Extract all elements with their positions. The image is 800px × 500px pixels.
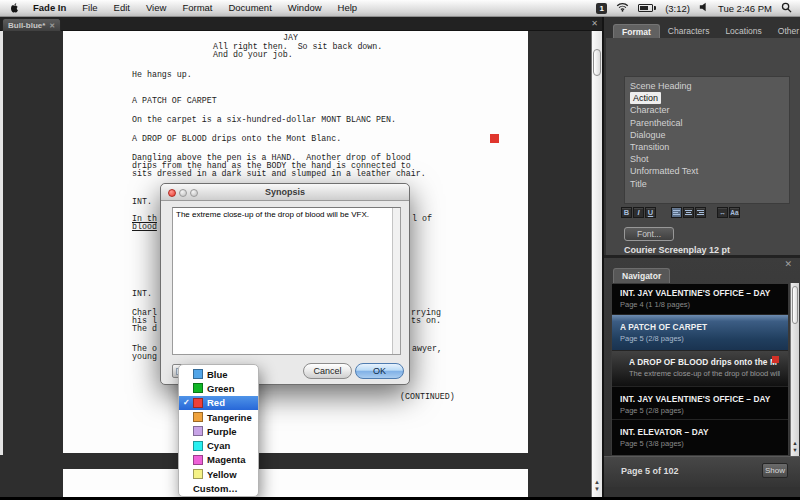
synopsis-textarea[interactable]: The extreme close-up of the drop of bloo… — [172, 207, 401, 355]
navigator-item[interactable]: INT. ELEVATOR – DAY Page 5 (3/8 pages) — [612, 420, 788, 453]
battery-icon[interactable] — [638, 4, 656, 12]
scrollbar-arrows[interactable]: ▲▼ — [592, 479, 602, 493]
spotlight-icon[interactable] — [781, 2, 792, 15]
document-scrollbar-thumb[interactable] — [593, 49, 601, 76]
document-scrollbar[interactable]: ▲▼ — [591, 31, 602, 497]
format-item-selected: Action — [630, 92, 661, 104]
navigator-scrollbar-arrows[interactable]: ▲▼ — [791, 440, 799, 453]
ok-button[interactable]: OK — [355, 363, 404, 379]
menu-edit[interactable]: Edit — [106, 0, 138, 16]
script-text-fragment: ts on. — [411, 317, 441, 326]
color-menu-label: Cyan — [207, 440, 230, 451]
color-menu-item-yellow[interactable]: Yellow — [179, 467, 258, 481]
next-page-top[interactable] — [63, 469, 528, 497]
apple-menu-icon[interactable] — [10, 2, 21, 14]
menu-document[interactable]: Document — [220, 0, 279, 16]
navigator-list: INT. JAY VALENTINE'S OFFICE – DAY Page 4… — [611, 283, 789, 456]
format-item-character[interactable]: Character — [630, 104, 789, 116]
format-item-unformatted-text[interactable]: Unformatted Text — [630, 165, 789, 177]
right-sidebar: Format Characters Locations Other Scene … — [602, 17, 800, 497]
italic-button[interactable]: I — [633, 207, 644, 218]
navigator-item-selected[interactable]: A PATCH OF CARPET Page 5 (2/8 pages) — [612, 315, 788, 351]
cancel-button[interactable]: Cancel — [303, 363, 352, 379]
align-left-button[interactable] — [671, 207, 682, 218]
navigator-item-title: INT. ELEVATOR – DAY — [620, 427, 780, 437]
bold-button[interactable]: B — [621, 207, 632, 218]
script-action-line: On the carpet is a six-hundred-dollar MO… — [132, 116, 396, 125]
navigator-item-title: INT. JAY VALENTINE'S OFFICE – DAY — [620, 394, 780, 404]
color-menu-item-blue[interactable]: Blue — [179, 367, 258, 381]
format-item-action[interactable]: Action — [630, 92, 789, 104]
format-item-title[interactable]: Title — [630, 178, 789, 190]
close-traffic-light[interactable] — [168, 189, 176, 197]
navigator-tab[interactable]: Navigator — [613, 268, 670, 283]
color-swatch-blue — [193, 369, 203, 379]
underline-button[interactable]: U — [645, 207, 656, 218]
battery-time[interactable]: (3:12) — [665, 3, 690, 14]
navigator-item[interactable]: INT. JAY VALENTINE'S OFFICE – DAY Page 4… — [612, 284, 788, 315]
menu-bar-status: 1 (3:12) Tue 2:46 PM — [596, 2, 800, 15]
tab-close-icon[interactable]: ✕ — [49, 22, 55, 29]
case-button[interactable]: Aa — [729, 207, 740, 218]
color-menu-item-green[interactable]: Green — [179, 381, 258, 395]
color-swatch-purple — [193, 426, 203, 436]
menu-clock[interactable]: Tue 2:46 PM — [718, 3, 772, 14]
color-menu-item-cyan[interactable]: Cyan — [179, 438, 258, 452]
input-source-icon[interactable]: 1 — [596, 3, 607, 14]
navigator-item-title: INT. JAY VALENTINE'S OFFICE – DAY — [620, 288, 780, 298]
volume-icon[interactable] — [699, 2, 709, 14]
desktop: Fade In File Edit View Format Document W… — [0, 0, 800, 500]
page-status: Page 5 of 102 — [621, 466, 679, 476]
menu-app-name[interactable]: Fade In — [25, 0, 74, 16]
format-item-transition[interactable]: Transition — [630, 141, 789, 153]
menu-format[interactable]: Format — [174, 0, 220, 16]
spacing-button[interactable]: ↔ — [717, 207, 728, 218]
navigator-item-title: A DROP OF BLOOD drips onto the Mon… — [629, 357, 777, 367]
format-item-scene-heading[interactable]: Scene Heading — [630, 80, 789, 92]
document-area: Bull-blue* ✕ ✕ JAY All right then. So si… — [0, 17, 602, 497]
color-swatch-tangerine — [193, 412, 203, 422]
format-item-dialogue[interactable]: Dialogue — [630, 129, 789, 141]
dialog-title-bar[interactable]: Synopsis — [161, 184, 409, 201]
wifi-icon[interactable] — [616, 2, 629, 14]
menu-window[interactable]: Window — [280, 0, 330, 16]
color-menu-item-custom[interactable]: Custom… — [179, 481, 258, 495]
color-menu-item-purple[interactable]: Purple — [179, 424, 258, 438]
navigator-item[interactable]: INT. JAY VALENTINE'S OFFICE – DAY Page 5… — [612, 387, 788, 420]
color-menu-item-tangerine[interactable]: Tangerine — [179, 410, 258, 424]
navigator-red-marker — [772, 356, 779, 363]
align-right-button[interactable] — [695, 207, 706, 218]
format-item-shot[interactable]: Shot — [630, 153, 789, 165]
menu-view[interactable]: View — [138, 0, 174, 16]
menu-file[interactable]: File — [74, 0, 105, 16]
synopsis-marker-red[interactable] — [490, 134, 499, 143]
script-continued-label: (CONTINUED) — [400, 393, 455, 402]
font-button[interactable]: Font... — [624, 227, 674, 241]
color-menu-label: Blue — [207, 369, 228, 380]
strip-close-icon[interactable]: ✕ — [591, 19, 598, 28]
navigator-scrollbar-thumb[interactable] — [792, 286, 798, 324]
navigator-close-icon[interactable]: ✕ — [784, 259, 792, 269]
minimize-traffic-light[interactable] — [179, 189, 187, 197]
show-button[interactable]: Show — [762, 463, 788, 478]
navigator-scrollbar[interactable]: ▲▼ — [790, 283, 799, 456]
textarea-scrollbar[interactable] — [392, 208, 400, 354]
navigator-item-subtitle: Page 4 (1 1/8 pages) — [620, 300, 780, 309]
color-menu-item-red[interactable]: ✓Red — [179, 396, 258, 410]
color-menu-label: Magenta — [207, 454, 246, 465]
battery-fill — [640, 6, 648, 10]
menu-help[interactable]: Help — [330, 0, 366, 16]
navigator-item-synopsis[interactable]: A DROP OF BLOOD drips onto the Mon… The … — [612, 351, 788, 387]
previous-page-edge — [0, 31, 3, 455]
menu-bar-left: Fade In File Edit View Format Document W… — [0, 0, 365, 16]
zoom-traffic-light[interactable] — [190, 189, 198, 197]
color-swatch-green — [193, 383, 203, 393]
align-center-button[interactable] — [683, 207, 694, 218]
color-menu-item-magenta[interactable]: Magenta — [179, 453, 258, 467]
color-menu-label: Tangerine — [207, 412, 252, 423]
format-panel: Scene Heading Action Character Parenthet… — [606, 38, 800, 255]
document-tab[interactable]: Bull-blue* ✕ — [2, 18, 61, 31]
script-action-line: He hangs up. — [132, 71, 192, 80]
format-item-parenthetical[interactable]: Parenthetical — [630, 117, 789, 129]
align-left-icon — [673, 210, 680, 215]
